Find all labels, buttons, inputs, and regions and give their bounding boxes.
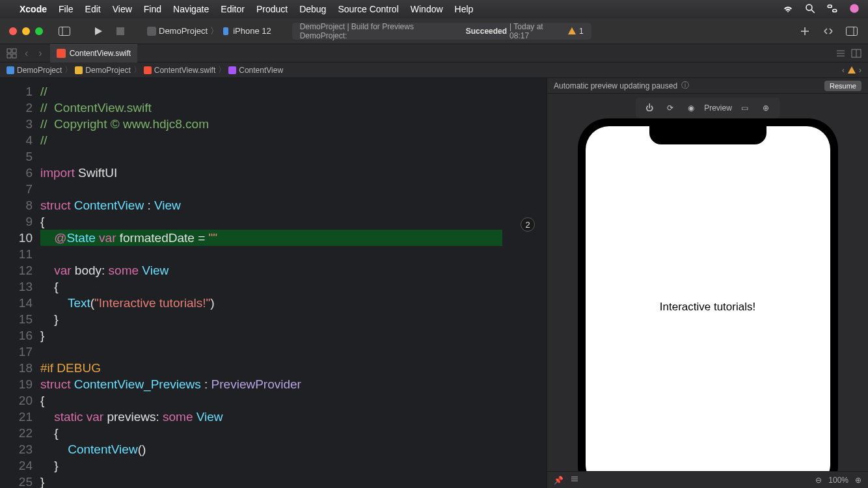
close-window-button[interactable]	[9, 27, 17, 35]
main-split: 1234567891011121314151617181920212223242…	[0, 78, 868, 488]
menu-find[interactable]: Find	[144, 4, 161, 14]
prev-issue-icon[interactable]: ‹	[842, 66, 845, 75]
warning-icon	[567, 27, 576, 36]
menu-file[interactable]: File	[59, 4, 74, 14]
menu-product[interactable]: Product	[256, 4, 288, 14]
status-result: Succeeded	[466, 27, 507, 36]
xcode-toolbar: DemoProject 〉 iPhone 12 DemoProject | Bu…	[0, 18, 868, 44]
editor-tab[interactable]: ContentView.swift	[50, 44, 138, 62]
menu-window[interactable]: Window	[411, 4, 443, 14]
preview-content-text: Interactive tutorials!	[660, 301, 755, 314]
preview-device-icon[interactable]: ▭	[737, 100, 753, 116]
library-button[interactable]	[798, 24, 812, 38]
toggle-navigator-icon[interactable]	[57, 24, 72, 38]
toggle-inspector-icon[interactable]	[845, 24, 859, 38]
swift-icon	[144, 66, 152, 74]
jump-bar: DemoProject 〉 DemoProject 〉 ContentView.…	[0, 62, 868, 78]
swift-file-icon	[57, 49, 66, 58]
preview-on-device-icon[interactable]: ⟳	[662, 100, 678, 116]
zoom-out-icon[interactable]: ⊖	[815, 476, 822, 485]
crumb-project[interactable]: DemoProject	[7, 66, 62, 75]
related-items-icon[interactable]	[7, 48, 17, 59]
live-preview-icon[interactable]: ⏻	[642, 100, 657, 116]
nav-forward-button[interactable]: ›	[36, 47, 44, 59]
zoom-level[interactable]: 100%	[828, 476, 848, 485]
editor-options-icon[interactable]	[835, 48, 846, 59]
code-area[interactable]: //// ContentView.swift// Copyright © www…	[40, 78, 547, 488]
svg-rect-18	[12, 54, 16, 58]
menu-edit[interactable]: Edit	[85, 4, 101, 14]
crumb-symbol[interactable]: ContentView	[228, 66, 283, 75]
crumb-sep: 〉	[218, 64, 226, 75]
search-icon[interactable]	[804, 3, 816, 16]
next-issue-icon[interactable]: ›	[859, 66, 861, 75]
svg-marker-10	[568, 27, 576, 34]
svg-rect-15	[7, 49, 11, 53]
warning-count: 1	[579, 27, 584, 36]
control-center-icon[interactable]	[826, 3, 838, 16]
issue-count-badge[interactable]: 2	[521, 217, 535, 232]
menu-view[interactable]: View	[113, 4, 132, 14]
stop-button[interactable]	[113, 24, 128, 38]
scheme-selector[interactable]: DemoProject 〉 iPhone 12	[147, 25, 271, 37]
activity-viewer[interactable]: DemoProject | Build for Previews DemoPro…	[292, 23, 591, 40]
line-gutter: 1234567891011121314151617181920212223242…	[0, 78, 40, 488]
editor-tabbar: ‹ › ContentView.swift	[0, 44, 868, 62]
minimize-window-button[interactable]	[22, 27, 30, 35]
siri-icon[interactable]	[848, 3, 860, 16]
preview-pane: Automatic preview updating paused ⓘ Resu…	[547, 78, 868, 488]
pin-preview-icon[interactable]: 📌	[554, 476, 563, 485]
project-icon	[7, 66, 14, 74]
preview-canvas[interactable]: Interactive tutorials!	[547, 94, 868, 471]
warning-badge[interactable]: 1	[567, 27, 584, 36]
device-screen: Interactive tutorials!	[586, 126, 830, 471]
preview-inspect-icon[interactable]: ◉	[683, 100, 699, 116]
run-button[interactable]	[91, 24, 105, 38]
resume-button[interactable]: Resume	[824, 81, 861, 91]
menubar-app-name[interactable]: Xcode	[20, 4, 47, 14]
info-icon[interactable]: ⓘ	[681, 80, 689, 91]
preview-status-bar: Automatic preview updating paused ⓘ Resu…	[547, 78, 868, 94]
nav-back-button[interactable]: ‹	[22, 47, 31, 59]
wifi-icon[interactable]	[782, 3, 794, 16]
scheme-device: iPhone 12	[233, 26, 271, 36]
zoom-in-icon[interactable]: ⊕	[855, 476, 861, 485]
crumb-file[interactable]: ContentView.swift	[144, 66, 216, 75]
menu-source-control[interactable]: Source Control	[338, 4, 398, 14]
crumb-sep: 〉	[133, 64, 141, 75]
folder-icon	[75, 66, 83, 74]
adjust-editor-icon[interactable]	[851, 48, 861, 59]
code-review-icon[interactable]	[821, 24, 835, 38]
preview-bottom-bar: 📌 ⊖ 100% ⊕	[547, 471, 868, 488]
preview-label: Preview	[704, 103, 732, 113]
scheme-separator: 〉	[210, 25, 219, 37]
svg-point-0	[806, 5, 812, 10]
svg-point-4	[850, 4, 859, 13]
device-notch	[649, 126, 766, 144]
svg-rect-9	[223, 27, 228, 35]
svg-rect-13	[847, 27, 858, 35]
svg-rect-8	[116, 27, 124, 35]
menu-help[interactable]: Help	[455, 4, 474, 14]
source-editor[interactable]: 1234567891011121314151617181920212223242…	[0, 78, 547, 488]
svg-rect-5	[59, 27, 70, 35]
svg-line-1	[811, 10, 815, 13]
device-frame: Interactive tutorials!	[578, 118, 838, 471]
issue-warning-icon[interactable]	[847, 66, 856, 75]
menu-debug[interactable]: Debug	[299, 4, 326, 14]
scheme-project: DemoProject	[159, 26, 208, 36]
zoom-window-button[interactable]	[35, 27, 43, 35]
svg-marker-7	[95, 27, 102, 35]
device-icon	[221, 27, 230, 36]
window-controls	[9, 27, 43, 35]
macos-menubar: Xcode File Edit View Find Navigate Edito…	[0, 0, 868, 18]
menu-navigate[interactable]: Navigate	[173, 4, 209, 14]
crumb-folder[interactable]: DemoProject	[75, 66, 130, 75]
preview-settings-icon[interactable]	[570, 474, 579, 485]
status-prefix: DemoProject | Build for Previews DemoPro…	[300, 22, 463, 40]
svg-rect-3	[833, 9, 837, 12]
menu-editor[interactable]: Editor	[221, 4, 245, 14]
duplicate-preview-icon[interactable]: ⊕	[758, 100, 774, 116]
crumb-sep: 〉	[64, 64, 72, 75]
struct-icon	[228, 66, 236, 74]
